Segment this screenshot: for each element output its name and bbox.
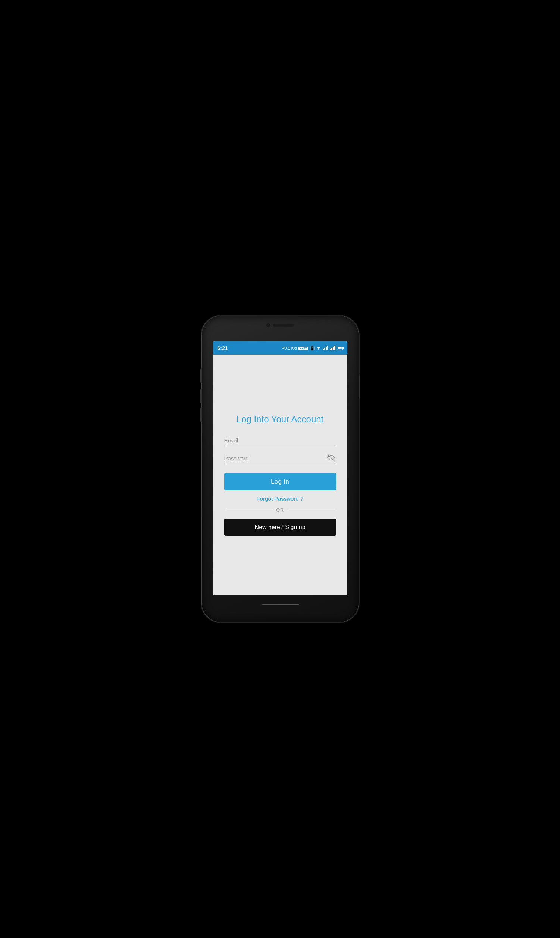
- status-time: 6:21: [217, 345, 228, 351]
- app-content: Log Into Your Account Log In Forgot Pass…: [213, 355, 347, 595]
- signal-bar-2-4: [334, 346, 335, 350]
- signal-bar-1: [323, 349, 324, 350]
- vibrate-icon: 📳: [310, 346, 315, 351]
- phone-screen: 6:21 40.5 K/s VoLTE 📳 ▼: [213, 341, 347, 595]
- status-bar: 6:21 40.5 K/s VoLTE 📳 ▼: [213, 341, 347, 355]
- or-line-right: [288, 510, 336, 510]
- volte-badge: VoLTE: [298, 347, 308, 350]
- status-right-icons: 40.5 K/s VoLTE 📳 ▼: [282, 346, 343, 351]
- signup-button[interactable]: New here? Sign up: [224, 519, 336, 536]
- earpiece-speaker: [273, 324, 294, 327]
- signal-bar-2-2: [331, 348, 332, 350]
- signal-bar-2-1: [330, 349, 331, 350]
- login-button[interactable]: Log In: [224, 473, 336, 490]
- password-input-group: [224, 453, 336, 464]
- signal-bars: [323, 346, 328, 350]
- email-input[interactable]: [224, 435, 336, 446]
- signal-bar-2-3: [333, 347, 334, 350]
- wifi-icon: ▼: [316, 346, 321, 351]
- or-line-left: [224, 510, 273, 510]
- signal-bar-2: [324, 348, 325, 350]
- toggle-password-icon[interactable]: [327, 454, 335, 463]
- phone-top-area: [250, 321, 310, 329]
- password-input[interactable]: [224, 453, 336, 464]
- or-text: OR: [276, 507, 284, 513]
- signal-bars-2: [330, 346, 335, 350]
- phone-bottom: [262, 595, 299, 614]
- signal-bar-4: [327, 346, 328, 350]
- phone-device: 6:21 40.5 K/s VoLTE 📳 ▼: [202, 316, 358, 622]
- battery-icon: [337, 347, 343, 350]
- login-title: Log Into Your Account: [237, 414, 324, 424]
- front-camera: [266, 323, 270, 327]
- forgot-password-link[interactable]: Forgot Password ?: [257, 495, 304, 502]
- battery-fill: [338, 347, 342, 349]
- home-indicator: [262, 604, 299, 605]
- network-speed-label: 40.5 K/s: [282, 346, 297, 350]
- signal-bar-3: [326, 347, 327, 350]
- or-divider: OR: [224, 507, 336, 513]
- email-input-group: [224, 435, 336, 446]
